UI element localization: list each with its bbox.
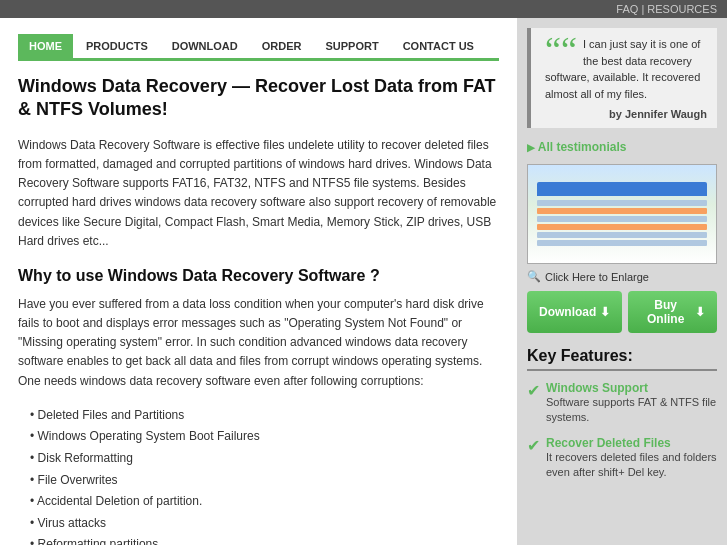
buy-button[interactable]: Buy Online ⬇: [628, 291, 717, 333]
buy-arrow-icon: ⬇: [695, 305, 705, 319]
list-item: Reformatting partitions.: [18, 534, 499, 545]
key-features-title: Key Features:: [527, 347, 717, 371]
nav-home[interactable]: HOME: [18, 34, 73, 58]
list-item: Disk Reformatting: [18, 448, 499, 470]
download-arrow-icon: ⬇: [600, 305, 610, 319]
bullet-list: Deleted Files and Partitions Windows Ope…: [18, 405, 499, 545]
screenshot-row: [537, 240, 706, 246]
main-column: HOME PRODUCTS DOWNLOAD ORDER SUPPORT CON…: [0, 18, 517, 545]
testimonial-box: ““ I can just say it is one of the best …: [527, 28, 717, 128]
screenshot-box[interactable]: [527, 164, 717, 264]
screenshot-image: [528, 165, 716, 263]
nav-support[interactable]: SUPPORT: [314, 34, 389, 58]
feature-title-1: Recover Deleted Files: [546, 436, 717, 450]
download-label: Download: [539, 305, 596, 319]
screenshot-content: [537, 200, 706, 246]
nav-order[interactable]: ORDER: [251, 34, 313, 58]
screenshot-row: [537, 224, 706, 230]
quote-mark-icon: ““: [545, 32, 577, 68]
nav-download[interactable]: DOWNLOAD: [161, 34, 249, 58]
list-item: Accidental Deletion of partition.: [18, 491, 499, 513]
list-item: Virus attacks: [18, 513, 499, 535]
feature-title-0: Windows Support: [546, 381, 717, 395]
download-button[interactable]: Download ⬇: [527, 291, 622, 333]
section-title: Why to use Windows Data Recovery Softwar…: [18, 267, 499, 285]
nav-products[interactable]: PRODUCTS: [75, 34, 159, 58]
intro-text: Windows Data Recovery Software is effect…: [18, 136, 499, 251]
feature-item-0: ✔ Windows Support Software supports FAT …: [527, 381, 717, 426]
section-body: Have you ever suffered from a data loss …: [18, 295, 499, 391]
nav-bar: HOME PRODUCTS DOWNLOAD ORDER SUPPORT CON…: [18, 30, 499, 61]
main-body: Windows Data Recovery — Recover Lost Dat…: [18, 75, 499, 545]
resources-link[interactable]: RESOURCES: [647, 3, 717, 15]
list-item: Deleted Files and Partitions: [18, 405, 499, 427]
feature-desc-0: Software supports FAT & NTFS file system…: [546, 395, 717, 426]
feature-content-0: Windows Support Software supports FAT & …: [546, 381, 717, 426]
screenshot-row: [537, 200, 706, 206]
screenshot-row: [537, 208, 706, 214]
check-icon-1: ✔: [527, 436, 540, 455]
feature-item-1: ✔ Recover Deleted Files It recovers dele…: [527, 436, 717, 481]
all-testimonials-link[interactable]: All testimonials: [527, 140, 717, 154]
buy-label: Buy Online: [640, 298, 691, 326]
top-bar: FAQ | RESOURCES: [0, 0, 727, 18]
nav-contact-us[interactable]: CONTACT US: [392, 34, 485, 58]
screenshot-titlebar: [537, 182, 706, 196]
page-title: Windows Data Recovery — Recover Lost Dat…: [18, 75, 499, 122]
list-item: Windows Operating System Boot Failures: [18, 426, 499, 448]
faq-link[interactable]: FAQ: [616, 3, 638, 15]
feature-desc-1: It recovers deleted files and folders ev…: [546, 450, 717, 481]
enlarge-icon: 🔍: [527, 270, 541, 283]
testimonial-author: by Jennifer Waugh: [545, 108, 707, 120]
key-features-section: Key Features: ✔ Windows Support Software…: [527, 347, 717, 481]
screenshot-row: [537, 232, 706, 238]
enlarge-label: Click Here to Enlarge: [545, 271, 649, 283]
check-icon-0: ✔: [527, 381, 540, 400]
list-item: File Overwrites: [18, 470, 499, 492]
action-buttons: Download ⬇ Buy Online ⬇: [527, 291, 717, 333]
sidebar: ““ I can just say it is one of the best …: [517, 18, 727, 545]
feature-content-1: Recover Deleted Files It recovers delete…: [546, 436, 717, 481]
enlarge-link-wrap[interactable]: 🔍 Click Here to Enlarge: [527, 270, 717, 283]
screenshot-row: [537, 216, 706, 222]
